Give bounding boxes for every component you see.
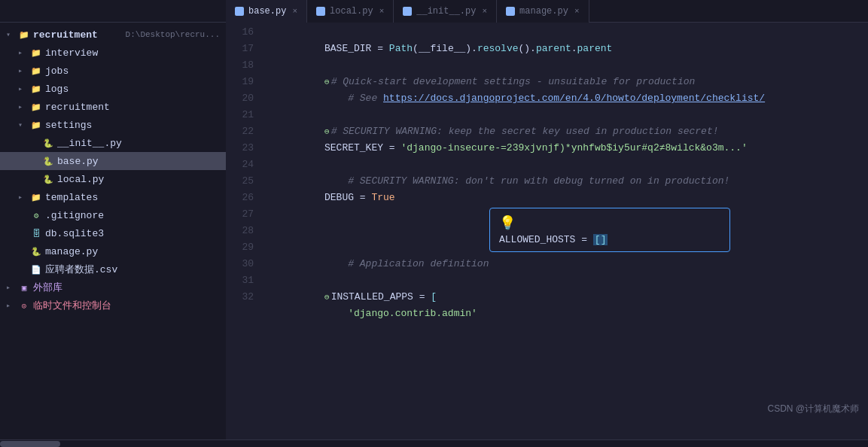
code-line-22: SECRET_KEY = 'django-insecure-=239xjvnjf…: [266, 123, 868, 140]
py-file-icon: [316, 7, 325, 16]
item-label: db.sqlite3: [45, 228, 220, 239]
arrow-icon: [18, 48, 30, 57]
arrow-icon: [18, 193, 30, 202]
path-hint: D:\Desktop\recru...: [126, 30, 220, 39]
folder-icon: 📁: [30, 65, 42, 77]
tab-label: manage.py: [519, 6, 568, 17]
code-line-32: 'django.contrib.admin': [266, 289, 868, 306]
tab-label: local.py: [330, 6, 373, 17]
main-layout: 📁 recruitment D:\Desktop\recru... 📁 inte…: [0, 23, 868, 439]
sidebar-item-manage-py[interactable]: 🐍 manage.py: [0, 242, 226, 260]
folder-icon: 📁: [30, 101, 42, 113]
sidebar-item-base-py[interactable]: 🐍 base.py: [0, 152, 226, 170]
item-label: manage.py: [45, 246, 220, 257]
code-line-16: BASE_DIR = Path(__file__).resolve().pare…: [266, 24, 868, 41]
hint-tooltip: 💡 ALLOWED_HOSTS = []: [489, 208, 730, 252]
code-line-25: DEBUG = True: [266, 173, 868, 190]
item-label: settings: [45, 120, 220, 131]
code-line-23: [266, 140, 868, 157]
code-line-20: [266, 90, 868, 107]
code-line-31: ⊖INSTALLED_APPS = [: [266, 272, 868, 289]
py-file-icon: [506, 7, 515, 16]
sidebar-item-logs[interactable]: 📁 logs: [0, 80, 226, 98]
item-label: jobs: [45, 65, 220, 77]
sidebar-item-jobs[interactable]: 📁 jobs: [0, 62, 226, 80]
sidebar-item-recruitment-root[interactable]: 📁 recruitment D:\Desktop\recru...: [0, 26, 226, 44]
py-file-icon: 🐍: [42, 137, 54, 149]
arrow-icon: [18, 66, 30, 75]
item-label: recruitment: [33, 29, 123, 41]
tab-init-py[interactable]: __init__.py ×: [394, 0, 497, 23]
item-label: 外部库: [33, 281, 220, 294]
db-file-icon: 🗄: [30, 227, 42, 239]
tab-close-button[interactable]: ×: [574, 7, 580, 16]
code-line-24: # SECURITY WARNING: don't run with debug…: [266, 157, 868, 173]
sidebar-item-applicant-csv[interactable]: 📄 应聘者数据.csv: [0, 260, 226, 278]
code-line-26: [266, 190, 868, 206]
tab-label: base.py: [248, 6, 286, 17]
py-file-icon: [403, 7, 412, 16]
tab-bar: base.py × local.py × __init__.py × manag…: [0, 0, 868, 23]
arrow-icon: [18, 102, 30, 111]
sidebar-item-ext-lib[interactable]: ▣ 外部库: [0, 278, 226, 296]
py-file-icon: 🐍: [30, 245, 42, 257]
arrow-icon: [18, 120, 30, 129]
hint-content-line: ALLOWED_HOSTS = []: [499, 234, 720, 245]
arrow-icon: [6, 301, 18, 310]
tab-close-button[interactable]: ×: [379, 7, 385, 16]
hint-prefix-text: ALLOWED_HOSTS =: [499, 234, 593, 245]
git-file-icon: ⚙: [30, 209, 42, 221]
item-label: .gitignore: [45, 210, 220, 221]
py-file-icon: 🐍: [42, 173, 54, 185]
item-label: local.py: [57, 174, 220, 185]
sidebar-item-interview[interactable]: 📁 interview: [0, 44, 226, 62]
sidebar-item-templates[interactable]: 📁 templates: [0, 188, 226, 206]
folder-icon: 📁: [30, 191, 42, 203]
tab-close-button[interactable]: ×: [482, 7, 487, 16]
csv-file-icon: 📄: [30, 263, 42, 275]
folder-icon: 📁: [30, 47, 42, 59]
folder-icon: 📁: [30, 119, 42, 131]
item-label: base.py: [57, 156, 220, 167]
tab-base-py[interactable]: base.py ×: [226, 0, 307, 23]
line-numbers: 16 17 18 19 20 21 22 23 24 25 26 27 28 2…: [226, 23, 260, 439]
py-file-icon: 🐍: [42, 155, 54, 167]
item-label: __init__.py: [57, 138, 220, 149]
arrow-icon: [18, 84, 30, 93]
code-editor: 16 17 18 19 20 21 22 23 24 25 26 27 28 2…: [226, 23, 868, 439]
item-label: 应聘者数据.csv: [45, 263, 220, 276]
folder-icon: 📁: [18, 29, 30, 41]
item-label: recruitment: [45, 102, 220, 113]
tab-manage-py[interactable]: manage.py ×: [497, 0, 589, 23]
hint-bracket-highlight: []: [593, 234, 608, 245]
tab-local-py[interactable]: local.py ×: [307, 0, 394, 23]
arrow-icon: [6, 30, 18, 39]
code-line-17: [266, 41, 868, 57]
py-file-icon: [235, 7, 244, 16]
code-line-21: ⊖# SECURITY WARNING: keep the secret key…: [266, 107, 868, 123]
code-line-30: [266, 256, 868, 272]
sidebar-item-local-py[interactable]: 🐍 local.py: [0, 170, 226, 188]
sidebar-item-recruitment-sub[interactable]: 📁 recruitment: [0, 98, 226, 116]
tab-close-button[interactable]: ×: [292, 7, 297, 16]
sidebar-item-db-sqlite3[interactable]: 🗄 db.sqlite3: [0, 224, 226, 242]
hint-bulb-icon: 💡: [499, 214, 720, 231]
item-label: interview: [45, 47, 220, 59]
item-label: templates: [45, 192, 220, 203]
arrow-icon: [6, 283, 18, 292]
file-tree-sidebar: 📁 recruitment D:\Desktop\recru... 📁 inte…: [0, 23, 226, 439]
code-line-18: ⊖# Quick-start development settings - un…: [266, 57, 868, 74]
folder-icon: 📁: [30, 83, 42, 95]
watermark-text: CSDN @计算机魔术师: [767, 403, 859, 415]
scrollbar-thumb[interactable]: [0, 441, 60, 447]
horizontal-scrollbar[interactable]: [0, 439, 868, 447]
sidebar-item-settings[interactable]: 📁 settings: [0, 116, 226, 134]
sidebar-item-init-py[interactable]: 🐍 __init__.py: [0, 134, 226, 152]
ext-lib-icon: ▣: [18, 281, 30, 293]
item-label: 临时文件和控制台: [33, 299, 220, 312]
sidebar-item-console[interactable]: ⊙ 临时文件和控制台: [0, 296, 226, 315]
code-line-19: # See https://docs.djangoproject.com/en/…: [266, 74, 868, 90]
console-icon: ⊙: [18, 300, 30, 312]
tab-label: __init__.py: [416, 6, 476, 17]
sidebar-item-gitignore[interactable]: ⚙ .gitignore: [0, 206, 226, 224]
